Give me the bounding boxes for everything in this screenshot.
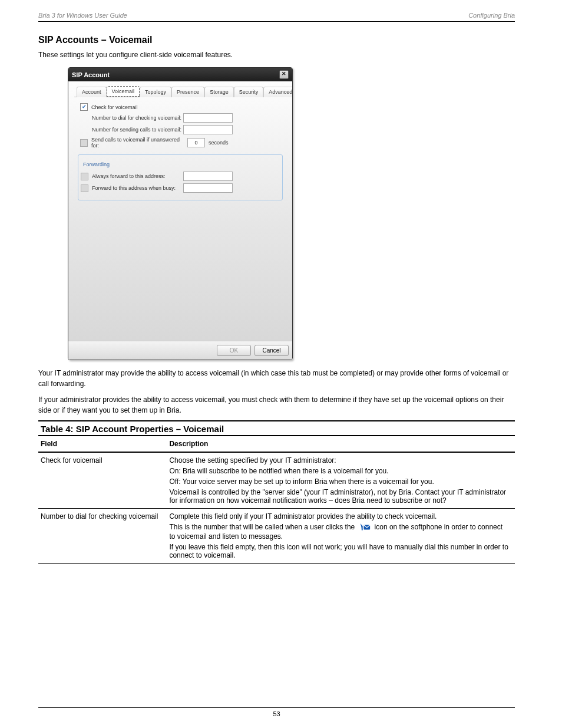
col-field: Field — [38, 436, 167, 452]
forwarding-legend: Forwarding — [81, 162, 112, 167]
tab-account[interactable]: Account — [77, 87, 107, 97]
row-send-to: Number for sending calls to voicemail: — [80, 125, 285, 134]
label-check-voicemail: Check for voicemail — [91, 104, 138, 110]
desc-line: Voicemail is controlled by the "server s… — [169, 488, 510, 505]
sip-account-dialog: SIP Account ✕ Account Voicemail Topology… — [68, 67, 293, 360]
input-send-to[interactable] — [183, 125, 233, 134]
row-always-forward: Always forward to this address: — [81, 172, 280, 181]
tab-topology[interactable]: Topology — [140, 87, 171, 97]
table-row: Number to dial for checking voicemail Co… — [38, 508, 515, 563]
desc-line: If you leave this field empty, then this… — [169, 543, 510, 559]
ok-button[interactable]: OK — [217, 345, 251, 356]
page-header: Bria 3 for Windows User Guide Configurin… — [38, 12, 515, 22]
para3: If your administrator provides the abili… — [38, 395, 515, 416]
input-unanswered-seconds[interactable]: 0 — [187, 138, 205, 147]
desc-line: This is the number that will be called w… — [169, 523, 510, 541]
desc-line: Complete this field only if your IT admi… — [169, 512, 510, 521]
dialog-footer: OK Cancel — [68, 341, 292, 360]
checkbox-forward-busy[interactable] — [81, 185, 88, 192]
checkbox-send-unanswered[interactable] — [80, 139, 88, 147]
page-number: 53 — [273, 710, 280, 717]
checkbox-always-forward[interactable] — [81, 173, 88, 180]
tab-voicemail[interactable]: Voicemail — [107, 86, 140, 97]
close-icon[interactable]: ✕ — [279, 70, 289, 79]
input-always-forward[interactable] — [183, 172, 233, 181]
input-dial-check[interactable] — [183, 113, 233, 123]
table-row: Check for voicemail Choose the setting s… — [38, 452, 515, 509]
desc-line: On: Bria will subscribe to be notified w… — [169, 467, 510, 475]
tab-security[interactable]: Security — [234, 87, 264, 97]
table-caption: Table 4: SIP Account Properties – Voicem… — [38, 421, 515, 436]
para2: Your IT administrator may provide the ab… — [38, 368, 515, 389]
desc-line-text: This is the number that will be called w… — [169, 523, 503, 541]
col-description: Description — [167, 436, 515, 452]
row-forward-busy: Forward to this address when busy: — [81, 183, 280, 193]
dialog-titlebar: SIP Account ✕ — [68, 68, 292, 81]
tab-advanced[interactable]: Advanced — [263, 87, 293, 97]
section-title: SIP Accounts – Voicemail — [38, 35, 515, 45]
desc-line: Choose the setting specified by your IT … — [169, 456, 510, 465]
page-footer: 53 — [38, 707, 515, 717]
row-check-voicemail: Check for voicemail — [80, 103, 285, 111]
cell-field: Check for voicemail — [38, 452, 167, 509]
cell-field: Number to dial for checking voicemail — [38, 508, 167, 563]
label-send-unanswered: Send calls to voicemail if unanswered fo… — [91, 137, 187, 149]
label-send-to: Number for sending calls to voicemail: — [80, 127, 183, 133]
row-dial-check: Number to dial for checking voicemail: — [80, 113, 285, 123]
label-seconds: seconds — [209, 140, 229, 146]
tab-bar: Account Voicemail Topology Presence Stor… — [74, 86, 286, 97]
tab-presence[interactable]: Presence — [171, 87, 204, 97]
page: Bria 3 for Windows User Guide Configurin… — [0, 0, 562, 728]
properties-table: Table 4: SIP Account Properties – Voicem… — [38, 420, 515, 564]
input-forward-busy[interactable] — [183, 183, 233, 193]
tab-storage[interactable]: Storage — [204, 87, 234, 97]
label-dial-check: Number to dial for checking voicemail: — [80, 115, 183, 121]
checkbox-check-voicemail[interactable] — [80, 103, 88, 111]
intro-text: These settings let you configure client-… — [38, 50, 515, 60]
label-always-forward: Always forward to this address: — [92, 173, 183, 179]
header-left: Bria 3 for Windows User Guide — [38, 12, 127, 19]
dialog-title: SIP Account — [72, 71, 110, 78]
label-forward-busy: Forward to this address when busy: — [92, 185, 183, 191]
cell-desc: Choose the setting specified by your IT … — [167, 452, 515, 509]
voicemail-icon — [359, 523, 372, 532]
desc-line: Off: Your voice server may be set up to … — [169, 477, 510, 486]
cancel-button[interactable]: Cancel — [254, 345, 289, 356]
row-send-unanswered: Send calls to voicemail if unanswered fo… — [80, 137, 285, 149]
forwarding-fieldset: Forwarding Always forward to this addres… — [78, 154, 283, 200]
dialog-body: Account Voicemail Topology Presence Stor… — [68, 81, 292, 341]
cell-desc: Complete this field only if your IT admi… — [167, 508, 515, 563]
header-right: Configuring Bria — [468, 12, 515, 19]
